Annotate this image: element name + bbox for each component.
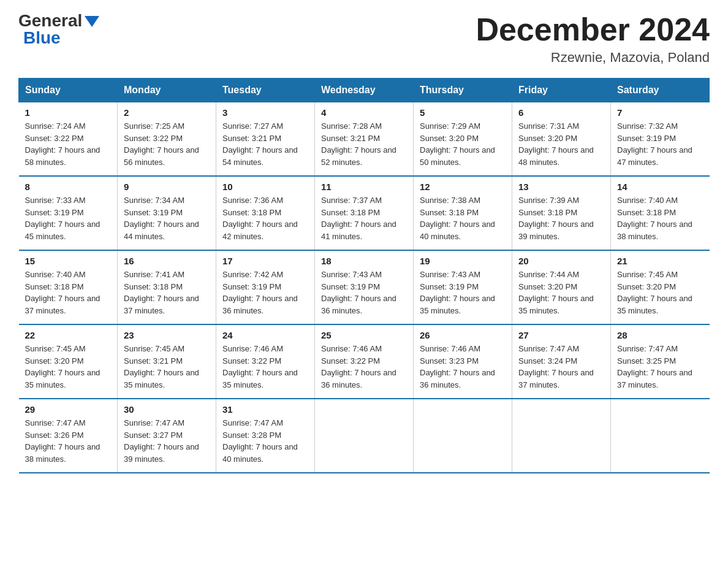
day-number: 9 bbox=[124, 182, 210, 192]
day-info: Sunrise: 7:45 AMSunset: 3:20 PMDaylight:… bbox=[25, 343, 112, 391]
day-number: 1 bbox=[25, 107, 112, 118]
weekday-header-monday: Monday bbox=[118, 79, 216, 102]
day-info: Sunrise: 7:43 AMSunset: 3:19 PMDaylight:… bbox=[321, 269, 407, 316]
day-info: Sunrise: 7:38 AMSunset: 3:18 PMDaylight:… bbox=[420, 194, 506, 242]
calendar-day-cell: 28Sunrise: 7:47 AMSunset: 3:25 PMDayligh… bbox=[611, 324, 710, 399]
day-number: 7 bbox=[617, 107, 703, 118]
day-info: Sunrise: 7:25 AMSunset: 3:22 PMDaylight:… bbox=[124, 120, 210, 168]
day-number: 12 bbox=[420, 182, 506, 192]
page-header: General Blue December 2024 Rzewnie, Mazo… bbox=[18, 12, 710, 66]
day-info: Sunrise: 7:47 AMSunset: 3:25 PMDaylight:… bbox=[617, 343, 703, 391]
location: Rzewnie, Mazovia, Poland bbox=[476, 50, 710, 66]
day-number: 27 bbox=[518, 330, 604, 340]
day-info: Sunrise: 7:46 AMSunset: 3:23 PMDaylight:… bbox=[420, 343, 506, 391]
logo-text-blue: Blue bbox=[23, 29, 61, 47]
calendar-day-cell: 14Sunrise: 7:40 AMSunset: 3:18 PMDayligh… bbox=[611, 176, 710, 250]
day-number: 16 bbox=[124, 256, 210, 266]
calendar-day-cell: 20Sunrise: 7:44 AMSunset: 3:20 PMDayligh… bbox=[512, 250, 611, 324]
day-number: 8 bbox=[25, 182, 112, 192]
calendar-day-cell: 7Sunrise: 7:32 AMSunset: 3:19 PMDaylight… bbox=[611, 102, 710, 177]
calendar-day-cell: 10Sunrise: 7:36 AMSunset: 3:18 PMDayligh… bbox=[216, 176, 315, 250]
calendar-day-cell: 26Sunrise: 7:46 AMSunset: 3:23 PMDayligh… bbox=[414, 324, 512, 399]
day-info: Sunrise: 7:40 AMSunset: 3:18 PMDaylight:… bbox=[617, 194, 703, 242]
day-number: 17 bbox=[222, 256, 308, 266]
weekday-header-tuesday: Tuesday bbox=[216, 79, 315, 102]
calendar-day-cell: 9Sunrise: 7:34 AMSunset: 3:19 PMDaylight… bbox=[118, 176, 216, 250]
calendar-week-row: 29Sunrise: 7:47 AMSunset: 3:26 PMDayligh… bbox=[19, 399, 710, 473]
calendar-week-row: 1Sunrise: 7:24 AMSunset: 3:22 PMDaylight… bbox=[19, 102, 710, 177]
day-number: 11 bbox=[321, 182, 407, 192]
weekday-header-wednesday: Wednesday bbox=[315, 79, 414, 102]
day-info: Sunrise: 7:34 AMSunset: 3:19 PMDaylight:… bbox=[124, 194, 210, 242]
day-info: Sunrise: 7:45 AMSunset: 3:20 PMDaylight:… bbox=[617, 269, 703, 316]
day-number: 20 bbox=[518, 256, 604, 266]
calendar-day-cell: 16Sunrise: 7:41 AMSunset: 3:18 PMDayligh… bbox=[118, 250, 216, 324]
calendar-day-cell: 22Sunrise: 7:45 AMSunset: 3:20 PMDayligh… bbox=[19, 324, 118, 399]
weekday-header-row: SundayMondayTuesdayWednesdayThursdayFrid… bbox=[19, 79, 710, 102]
day-info: Sunrise: 7:47 AMSunset: 3:28 PMDaylight:… bbox=[222, 417, 308, 465]
calendar-day-cell: 23Sunrise: 7:45 AMSunset: 3:21 PMDayligh… bbox=[118, 324, 216, 399]
day-info: Sunrise: 7:33 AMSunset: 3:19 PMDaylight:… bbox=[25, 194, 112, 242]
day-number: 22 bbox=[25, 330, 112, 340]
calendar-day-cell bbox=[315, 399, 414, 473]
day-number: 24 bbox=[222, 330, 308, 340]
day-info: Sunrise: 7:46 AMSunset: 3:22 PMDaylight:… bbox=[222, 343, 308, 391]
calendar-day-cell: 4Sunrise: 7:28 AMSunset: 3:21 PMDaylight… bbox=[315, 102, 414, 177]
day-number: 10 bbox=[222, 182, 308, 192]
day-number: 28 bbox=[617, 330, 703, 340]
calendar-week-row: 22Sunrise: 7:45 AMSunset: 3:20 PMDayligh… bbox=[19, 324, 710, 399]
calendar-day-cell: 24Sunrise: 7:46 AMSunset: 3:22 PMDayligh… bbox=[216, 324, 315, 399]
day-info: Sunrise: 7:27 AMSunset: 3:21 PMDaylight:… bbox=[222, 120, 308, 168]
logo: General Blue bbox=[18, 12, 99, 47]
logo-triangle-icon bbox=[85, 16, 99, 27]
day-info: Sunrise: 7:24 AMSunset: 3:22 PMDaylight:… bbox=[25, 120, 112, 168]
day-number: 14 bbox=[617, 182, 703, 192]
day-info: Sunrise: 7:47 AMSunset: 3:24 PMDaylight:… bbox=[518, 343, 604, 391]
day-info: Sunrise: 7:43 AMSunset: 3:19 PMDaylight:… bbox=[420, 269, 506, 316]
day-number: 29 bbox=[25, 404, 112, 415]
day-info: Sunrise: 7:31 AMSunset: 3:20 PMDaylight:… bbox=[518, 120, 604, 168]
calendar-day-cell: 13Sunrise: 7:39 AMSunset: 3:18 PMDayligh… bbox=[512, 176, 611, 250]
month-title: December 2024 bbox=[476, 12, 710, 47]
day-number: 18 bbox=[321, 256, 407, 266]
calendar-day-cell: 25Sunrise: 7:46 AMSunset: 3:22 PMDayligh… bbox=[315, 324, 414, 399]
calendar-day-cell: 27Sunrise: 7:47 AMSunset: 3:24 PMDayligh… bbox=[512, 324, 611, 399]
calendar-day-cell: 18Sunrise: 7:43 AMSunset: 3:19 PMDayligh… bbox=[315, 250, 414, 324]
day-number: 2 bbox=[124, 107, 210, 118]
day-info: Sunrise: 7:47 AMSunset: 3:27 PMDaylight:… bbox=[124, 417, 210, 465]
day-number: 6 bbox=[518, 107, 604, 118]
calendar-day-cell bbox=[414, 399, 512, 473]
title-block: December 2024 Rzewnie, Mazovia, Poland bbox=[476, 12, 710, 66]
weekday-header-friday: Friday bbox=[512, 79, 611, 102]
calendar-day-cell: 19Sunrise: 7:43 AMSunset: 3:19 PMDayligh… bbox=[414, 250, 512, 324]
day-info: Sunrise: 7:32 AMSunset: 3:19 PMDaylight:… bbox=[617, 120, 703, 168]
weekday-header-sunday: Sunday bbox=[19, 79, 118, 102]
calendar-table: SundayMondayTuesdayWednesdayThursdayFrid… bbox=[18, 78, 710, 473]
day-number: 3 bbox=[222, 107, 308, 118]
calendar-day-cell bbox=[512, 399, 611, 473]
calendar-day-cell: 31Sunrise: 7:47 AMSunset: 3:28 PMDayligh… bbox=[216, 399, 315, 473]
calendar-day-cell: 21Sunrise: 7:45 AMSunset: 3:20 PMDayligh… bbox=[611, 250, 710, 324]
day-info: Sunrise: 7:44 AMSunset: 3:20 PMDaylight:… bbox=[518, 269, 604, 316]
calendar-day-cell: 30Sunrise: 7:47 AMSunset: 3:27 PMDayligh… bbox=[118, 399, 216, 473]
day-info: Sunrise: 7:37 AMSunset: 3:18 PMDaylight:… bbox=[321, 194, 407, 242]
calendar-day-cell: 17Sunrise: 7:42 AMSunset: 3:19 PMDayligh… bbox=[216, 250, 315, 324]
day-info: Sunrise: 7:41 AMSunset: 3:18 PMDaylight:… bbox=[124, 269, 210, 316]
day-number: 30 bbox=[124, 404, 210, 415]
day-number: 23 bbox=[124, 330, 210, 340]
day-number: 31 bbox=[222, 404, 308, 415]
day-number: 25 bbox=[321, 330, 407, 340]
calendar-day-cell: 6Sunrise: 7:31 AMSunset: 3:20 PMDaylight… bbox=[512, 102, 611, 177]
day-info: Sunrise: 7:47 AMSunset: 3:26 PMDaylight:… bbox=[25, 417, 112, 465]
calendar-day-cell: 2Sunrise: 7:25 AMSunset: 3:22 PMDaylight… bbox=[118, 102, 216, 177]
day-info: Sunrise: 7:45 AMSunset: 3:21 PMDaylight:… bbox=[124, 343, 210, 391]
day-info: Sunrise: 7:36 AMSunset: 3:18 PMDaylight:… bbox=[222, 194, 308, 242]
day-info: Sunrise: 7:28 AMSunset: 3:21 PMDaylight:… bbox=[321, 120, 407, 168]
day-number: 5 bbox=[420, 107, 506, 118]
calendar-day-cell: 1Sunrise: 7:24 AMSunset: 3:22 PMDaylight… bbox=[19, 102, 118, 177]
calendar-day-cell: 8Sunrise: 7:33 AMSunset: 3:19 PMDaylight… bbox=[19, 176, 118, 250]
day-number: 26 bbox=[420, 330, 506, 340]
calendar-week-row: 15Sunrise: 7:40 AMSunset: 3:18 PMDayligh… bbox=[19, 250, 710, 324]
day-info: Sunrise: 7:42 AMSunset: 3:19 PMDaylight:… bbox=[222, 269, 308, 316]
calendar-day-cell: 3Sunrise: 7:27 AMSunset: 3:21 PMDaylight… bbox=[216, 102, 315, 177]
